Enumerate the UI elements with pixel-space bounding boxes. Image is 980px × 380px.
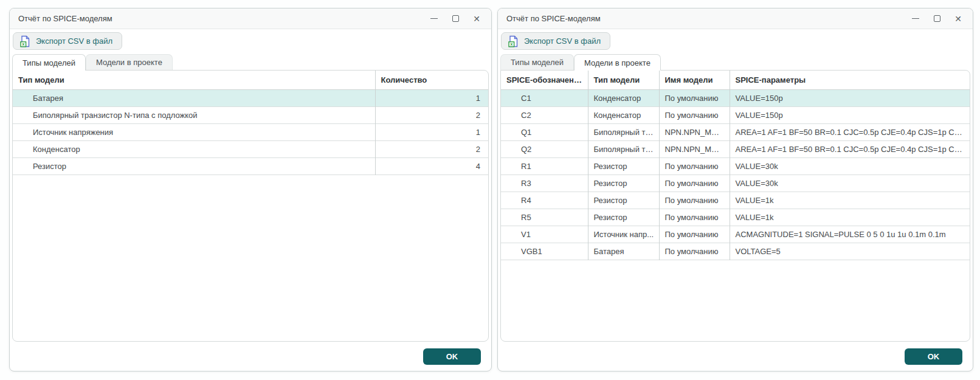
cell-model-name: NPN.NPN_MOD... [659,141,730,158]
export-csv-label: Экспорт CSV в файл [36,36,112,46]
tab-model-types[interactable]: Типы моделей [500,54,574,70]
tab-label: Модели в проекте [584,58,650,67]
tab-bar: Типы моделей Модели в проекте [12,54,489,70]
project-models-table: SPICE-обозначение Тип модели Имя модели … [501,71,970,260]
table-row[interactable]: Биполярный транзистор N-типа с подложкой… [13,107,488,124]
table-row[interactable]: Q1 Биполярный тр... NPN.NPN_MOD... AREA=… [501,124,970,141]
minimize-button[interactable] [429,14,439,24]
cell-spice-params: ACMAGNITUDE=1 SIGNAL=PULSE 0 5 0 1u 1u 0… [730,226,970,243]
window-title: Отчёт по SPICE-моделям [18,14,112,23]
cell-spice-params: VALUE=150p [730,90,970,107]
cell-spice-params: VALUE=150p [730,107,970,124]
cell-model-name: NPN.NPN_MOD... [659,124,730,141]
close-icon: ✕ [954,15,962,23]
column-header-count: Количество [375,71,488,90]
maximize-button[interactable] [450,14,460,24]
ok-button[interactable]: OK [423,348,481,365]
cell-designator: Q1 [501,124,588,141]
cell-designator: R1 [501,158,588,175]
table-row[interactable]: VGB1 Батарея По умолчанию VOLTAGE=5 [501,243,970,260]
export-csv-button[interactable]: x Экспорт CSV в файл [501,32,610,50]
column-header-model-type: Тип модели [13,71,375,90]
cell-model-type: Резистор [588,192,659,209]
csv-file-icon: x [508,35,519,47]
cell-count: 1 [375,124,488,141]
cell-designator: C1 [501,90,588,107]
export-csv-button[interactable]: x Экспорт CSV в файл [13,32,122,50]
column-header-model-name: Имя модели [659,71,730,90]
tab-label: Типы моделей [22,58,75,67]
cell-designator: Q2 [501,141,588,158]
cell-model-name: По умолчанию [659,226,730,243]
tab-project-models[interactable]: Модели в проекте [86,54,173,70]
cell-model-type: Биполярный тр... [588,141,659,158]
close-button[interactable]: ✕ [472,14,481,24]
cell-model-type: Батарея [588,243,659,260]
tab-bar: Типы моделей Модели в проекте [500,54,970,70]
table-row[interactable]: Резистор 4 [13,158,488,175]
maximize-button[interactable] [932,14,942,24]
cell-designator: VGB1 [501,243,588,260]
cell-designator: C2 [501,107,588,124]
table-row[interactable]: R4 Резистор По умолчанию VALUE=1k [501,192,970,209]
table-row[interactable]: C2 Конденсатор По умолчанию VALUE=150p [501,107,970,124]
window-title: Отчёт по SPICE-моделям [506,14,601,23]
cell-model-type: Резистор [588,175,659,192]
titlebar[interactable]: Отчёт по SPICE-моделям ✕ [498,9,973,29]
cell-spice-params: VALUE=1k [730,209,970,226]
table-row[interactable]: R5 Резистор По умолчанию VALUE=1k [501,209,970,226]
window-controls: ✕ [429,14,481,24]
table-row[interactable]: Конденсатор 2 [13,141,488,158]
cell-spice-params: VALUE=30k [730,175,970,192]
cell-count: 1 [375,90,488,107]
cell-model-name: По умолчанию [659,90,730,107]
titlebar[interactable]: Отчёт по SPICE-моделям ✕ [10,9,491,29]
table-row[interactable]: Батарея 1 [13,90,488,107]
cell-model-type: Конденсатор [588,90,659,107]
table-header-row: SPICE-обозначение Тип модели Имя модели … [501,71,970,90]
tab-panel-model-types: Тип модели Количество Батарея 1 Биполярн… [12,70,489,342]
cell-model-type: Резистор [588,209,659,226]
cell-count: 2 [375,141,488,158]
cell-model-type: Резистор [13,158,375,175]
table-header-row: Тип модели Количество [13,71,488,90]
ok-button[interactable]: OK [905,348,962,365]
cell-model-type: Источник напряжения [13,124,375,141]
table-row[interactable]: Источник напряжения 1 [13,124,488,141]
cell-designator: V1 [501,226,588,243]
cell-spice-params: VALUE=30k [730,158,970,175]
table-row[interactable]: V1 Источник напр... По умолчанию ACMAGNI… [501,226,970,243]
cell-count: 4 [375,158,488,175]
dialog-spice-report-types: Отчёт по SPICE-моделям ✕ x Экспорт CSV в… [9,8,492,371]
cell-model-type: Источник напр... [588,226,659,243]
cell-designator: R3 [501,175,588,192]
table-row[interactable]: R1 Резистор По умолчанию VALUE=30k [501,158,970,175]
table-row[interactable]: C1 Конденсатор По умолчанию VALUE=150p [501,90,970,107]
close-icon: ✕ [473,15,480,23]
column-header-spice-designator: SPICE-обозначение [501,71,588,90]
minimize-button[interactable] [911,14,920,24]
close-button[interactable]: ✕ [953,14,963,24]
cell-model-name: По умолчанию [659,192,730,209]
tab-model-types[interactable]: Типы моделей [12,54,86,71]
window-content: x Экспорт CSV в файл Типы моделей Модели… [10,29,491,371]
cell-model-name: По умолчанию [659,175,730,192]
column-header-spice-params: SPICE-параметры [730,71,970,90]
model-types-table: Тип модели Количество Батарея 1 Биполярн… [13,71,488,175]
cell-count: 2 [375,107,488,124]
minimize-icon [912,18,919,19]
table-row[interactable]: R3 Резистор По умолчанию VALUE=30k [501,175,970,192]
cell-spice-params: AREA=1 AF=1 BF=50 BR=0.1 CJC=0.5p CJE=0.… [730,141,970,158]
window-controls: ✕ [911,14,963,24]
tab-project-models[interactable]: Модели в проекте [574,54,661,71]
tab-label: Модели в проекте [96,58,162,67]
cell-model-type: Биполярный тр... [588,124,659,141]
cell-model-type: Конденсатор [13,141,375,158]
table-row[interactable]: Q2 Биполярный тр... NPN.NPN_MOD... AREA=… [501,141,970,158]
cell-model-type: Конденсатор [588,107,659,124]
cell-spice-params: VALUE=1k [730,192,970,209]
dialog-footer: OK [500,342,970,371]
cell-model-name: По умолчанию [659,158,730,175]
cell-model-type: Резистор [588,158,659,175]
cell-model-name: По умолчанию [659,107,730,124]
